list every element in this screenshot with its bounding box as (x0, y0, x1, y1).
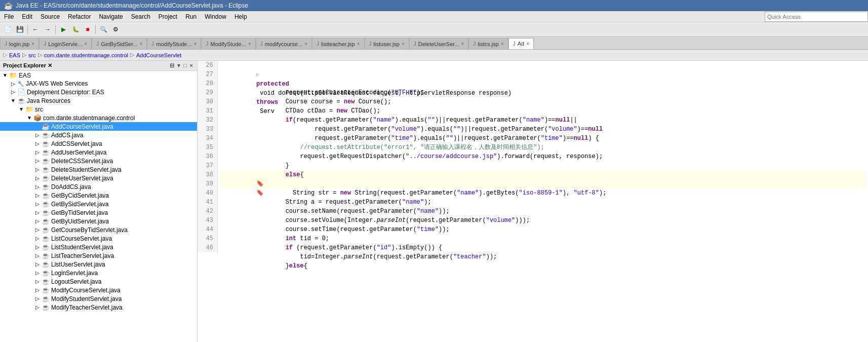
toggle-getbysidservlet[interactable]: ▷ (33, 201, 42, 207)
tree-item-loginservlet[interactable]: ▷ ☕ LoginServlet.java (0, 269, 197, 277)
breadcrumb-class[interactable]: AddCourseServlet (136, 52, 181, 58)
tree-item-deletecssservlet[interactable]: ▷ ☕ DeleteCSSServlet.java (0, 157, 197, 165)
tab-close-modifystude2[interactable]: × (248, 41, 251, 47)
sidebar-minimize-btn[interactable]: □ (182, 62, 188, 69)
toggle-addcs[interactable]: ▷ (33, 132, 42, 138)
tree-item-src[interactable]: ▼ 📁 src (0, 105, 197, 113)
tree-item-liststudentservlet[interactable]: ▷ ☕ ListStudentServlet.java (0, 243, 197, 251)
tree-item-listcourseservlet[interactable]: ▷ ☕ ListCourseServlet.java (0, 234, 197, 243)
quick-access-input[interactable] (765, 12, 868, 22)
tree-item-listuserservlet[interactable]: ▷ ☕ ListUserServlet.java (0, 260, 197, 269)
toolbar-settings-btn[interactable]: ⚙ (110, 24, 121, 35)
tab-close-listuser[interactable]: × (402, 41, 405, 47)
code-line-28[interactable]: Course course = new Course(); (220, 79, 866, 88)
tree-item-listteacherservlet[interactable]: ▷ ☕ ListTeacherServlet.java (0, 251, 197, 260)
tab-addcourseservlet[interactable]: J Ad × (508, 38, 534, 49)
tree-item-getbytidservlet[interactable]: ▷ ☕ GetByTidServlet.java (0, 208, 197, 217)
tab-close-getbysidser[interactable]: × (139, 41, 142, 47)
tree-item-deleteuserservlet[interactable]: ▷ ☕ DeleteUserServlet.java (0, 174, 197, 182)
menu-source[interactable]: Source (36, 11, 64, 22)
toggle-package[interactable]: ▼ (25, 115, 33, 121)
tree-item-java-resources[interactable]: ▼ ☕ Java Resources (0, 96, 197, 105)
breadcrumb-package[interactable]: com.dante.studentmanage.control (44, 52, 128, 58)
tree-item-addcsservlet[interactable]: ▷ ☕ AddCSServlet.java (0, 139, 197, 148)
toolbar-search-btn[interactable]: 🔍 (98, 24, 109, 35)
code-editor[interactable]: 26 27 28 29 30 31 32 33 34 35 36 37 38 3… (198, 61, 868, 342)
tab-close-deleteuserser[interactable]: × (461, 41, 464, 47)
tab-close-login[interactable]: × (31, 41, 34, 47)
code-line-38[interactable]: 🔖 String str = new String(request.getPar… (220, 170, 866, 179)
tab-close-modifycourse[interactable]: × (304, 41, 307, 47)
tree-item-modifycourseservlet[interactable]: ▷ ☕ ModifyCourseServlet.java (0, 286, 197, 294)
toolbar-save-btn[interactable]: 💾 (14, 24, 25, 35)
tree-item-getbyuidservlet[interactable]: ▷ ☕ GetByUidServlet.java (0, 217, 197, 225)
tree-item-jaxws[interactable]: ▷ 🔧 JAX-WS Web Services (0, 80, 197, 88)
tab-close-addcourseservlet[interactable]: × (526, 41, 529, 47)
tab-modifystude2[interactable]: J ModifyStude... × (201, 38, 255, 49)
menu-refactor[interactable]: Refactor (64, 11, 95, 22)
code-line-39[interactable]: 🔖 String a = request.getParameter("name"… (220, 179, 866, 188)
toggle-getbytidservlet[interactable]: ▷ (33, 210, 42, 215)
toggle-getcoursebytidservlet[interactable]: ▷ (33, 227, 42, 233)
breadcrumb-eas[interactable]: EAS (9, 52, 20, 58)
tree-item-deletestudentservlet[interactable]: ▷ ☕ DeleteStudentServlet.java (0, 165, 197, 174)
tab-deleteuserser[interactable]: J DeleteUserSer... × (409, 38, 469, 49)
tab-listcs[interactable]: J listcs.jsp × (468, 38, 508, 49)
breadcrumb-src[interactable]: src (28, 52, 36, 58)
tree-item-addcourseservlet[interactable]: ☕ AddCourseServlet.java (0, 122, 197, 131)
toggle-logoutservlet[interactable]: ▷ (33, 279, 42, 284)
tab-listuser[interactable]: J listuser.jsp × (365, 38, 409, 49)
tab-modifystude1[interactable]: J modifyStude... × (147, 38, 201, 49)
toggle-loginservlet[interactable]: ▷ (33, 270, 42, 276)
code-line-37[interactable] (220, 161, 866, 170)
toolbar-run-btn[interactable]: ▶ (58, 24, 69, 35)
toggle-liststudentservlet[interactable]: ▷ (33, 244, 42, 250)
toggle-listuserservlet[interactable]: ▷ (33, 261, 42, 267)
tree-item-addcs[interactable]: ▷ ☕ AddCS.java (0, 131, 197, 139)
tab-modifycourse[interactable]: J modifycourse... × (256, 38, 312, 49)
tab-login-jsp[interactable]: J login.jsp × (0, 38, 39, 49)
toggle-doaddcs[interactable]: ▷ (33, 184, 42, 189)
toggle-src[interactable]: ▼ (17, 106, 25, 112)
toggle-deletestudentservlet[interactable]: ▷ (33, 167, 42, 172)
tab-close-listteacher[interactable]: × (357, 41, 360, 47)
tab-listteacher[interactable]: J listteacher.jsp × (312, 38, 365, 49)
menu-window[interactable]: Window (201, 11, 230, 22)
tree-item-getcoursebytidservlet[interactable]: ▷ ☕ GetCourseByTidServlet.java (0, 225, 197, 234)
tree-item-logoutservlet[interactable]: ▷ ☕ LogoutServlet.java (0, 277, 197, 286)
tree-item-adduserservlet[interactable]: ▷ ☕ AddUserServlet.java (0, 148, 197, 157)
toggle-modifystudentservlet[interactable]: ▷ (33, 296, 42, 301)
code-line-27[interactable]: request.setCharacterEncoding("UTF-8"); (220, 70, 866, 79)
toolbar-debug-btn[interactable]: 🐛 (70, 24, 81, 35)
tab-close-modifystude1[interactable]: × (194, 41, 197, 47)
fold-icon-26[interactable]: ▷ (256, 70, 264, 80)
tree-item-deploy[interactable]: ▷ 📄 Deployment Descriptor: EAS (0, 88, 197, 96)
code-lines[interactable]: ▷ protected void doPost(HttpServletReque… (218, 61, 868, 252)
toggle-modifyteacherservlet[interactable]: ▷ (33, 305, 42, 310)
sidebar-collapse-btn[interactable]: ⊟ (169, 62, 175, 69)
toggle-deploy[interactable]: ▷ (9, 89, 17, 95)
menu-run[interactable]: Run (181, 11, 201, 22)
tree-item-modifystudentservlet[interactable]: ▷ ☕ ModifyStudentServlet.java (0, 294, 197, 303)
tab-close-loginservlet[interactable]: × (84, 41, 87, 47)
toggle-jaxws[interactable]: ▷ (9, 81, 17, 87)
tab-getbysidser[interactable]: J GetBySidSer... × (92, 38, 147, 49)
toggle-modifycourseservlet[interactable]: ▷ (33, 287, 42, 293)
toolbar-forward-btn[interactable]: → (42, 24, 53, 35)
toggle-java-resources[interactable]: ▼ (9, 98, 17, 103)
menu-edit[interactable]: Edit (18, 11, 36, 22)
toggle-addcsservlet[interactable]: ▷ (33, 141, 42, 146)
toggle-listteacherservlet[interactable]: ▷ (33, 253, 42, 258)
tree-item-getbycidservlet[interactable]: ▷ ☕ GetByCidServlet.java (0, 191, 197, 200)
menu-project[interactable]: Project (154, 11, 181, 22)
menu-search[interactable]: Search (127, 11, 154, 22)
tab-loginservlet[interactable]: J LoginServle... × (39, 38, 92, 49)
toggle-deletecssservlet[interactable]: ▷ (33, 158, 42, 164)
menu-file[interactable]: File (0, 11, 18, 22)
toggle-getbycidservlet[interactable]: ▷ (33, 193, 42, 198)
toolbar-new-btn[interactable]: 📄 (2, 24, 13, 35)
toolbar-stop-btn[interactable]: ■ (82, 24, 93, 35)
menu-navigate[interactable]: Navigate (95, 11, 127, 22)
toggle-adduserservlet[interactable]: ▷ (33, 149, 42, 155)
toggle-getbyuidservlet[interactable]: ▷ (33, 218, 42, 224)
